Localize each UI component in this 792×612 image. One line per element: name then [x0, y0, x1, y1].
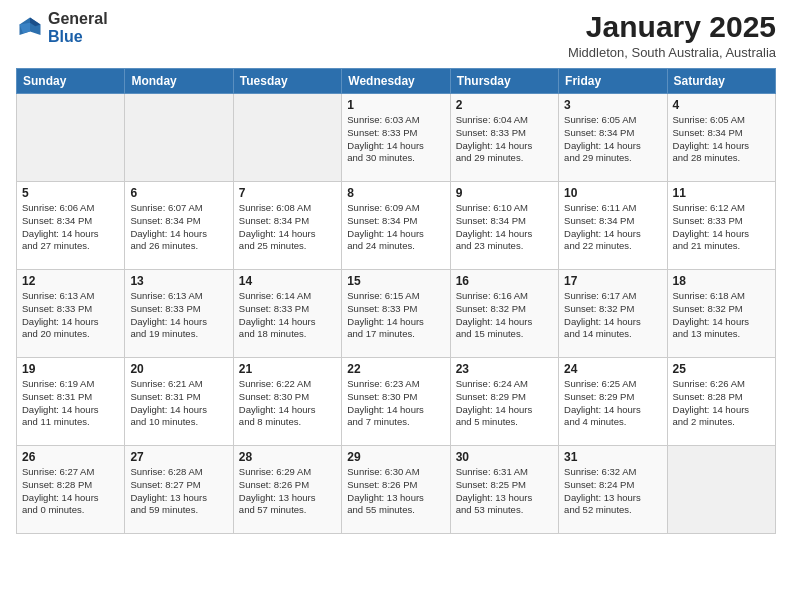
calendar-cell: 7Sunrise: 6:08 AM Sunset: 8:34 PM Daylig… — [233, 182, 341, 270]
calendar-cell: 3Sunrise: 6:05 AM Sunset: 8:34 PM Daylig… — [559, 94, 667, 182]
calendar-week-2: 5Sunrise: 6:06 AM Sunset: 8:34 PM Daylig… — [17, 182, 776, 270]
day-info: Sunrise: 6:05 AM Sunset: 8:34 PM Dayligh… — [673, 114, 770, 165]
calendar-cell: 29Sunrise: 6:30 AM Sunset: 8:26 PM Dayli… — [342, 446, 450, 534]
calendar-header-saturday: Saturday — [667, 69, 775, 94]
title-block: January 2025 Middleton, South Australia,… — [568, 10, 776, 60]
month-title: January 2025 — [568, 10, 776, 43]
day-number: 12 — [22, 274, 119, 288]
day-info: Sunrise: 6:26 AM Sunset: 8:28 PM Dayligh… — [673, 378, 770, 429]
calendar-week-5: 26Sunrise: 6:27 AM Sunset: 8:28 PM Dayli… — [17, 446, 776, 534]
calendar-header-friday: Friday — [559, 69, 667, 94]
day-info: Sunrise: 6:27 AM Sunset: 8:28 PM Dayligh… — [22, 466, 119, 517]
day-info: Sunrise: 6:18 AM Sunset: 8:32 PM Dayligh… — [673, 290, 770, 341]
day-number: 27 — [130, 450, 227, 464]
day-number: 15 — [347, 274, 444, 288]
calendar-cell: 24Sunrise: 6:25 AM Sunset: 8:29 PM Dayli… — [559, 358, 667, 446]
day-info: Sunrise: 6:12 AM Sunset: 8:33 PM Dayligh… — [673, 202, 770, 253]
day-number: 22 — [347, 362, 444, 376]
day-number: 11 — [673, 186, 770, 200]
calendar-cell: 1Sunrise: 6:03 AM Sunset: 8:33 PM Daylig… — [342, 94, 450, 182]
day-info: Sunrise: 6:09 AM Sunset: 8:34 PM Dayligh… — [347, 202, 444, 253]
day-info: Sunrise: 6:04 AM Sunset: 8:33 PM Dayligh… — [456, 114, 553, 165]
calendar-cell: 6Sunrise: 6:07 AM Sunset: 8:34 PM Daylig… — [125, 182, 233, 270]
calendar-cell: 17Sunrise: 6:17 AM Sunset: 8:32 PM Dayli… — [559, 270, 667, 358]
calendar-cell: 22Sunrise: 6:23 AM Sunset: 8:30 PM Dayli… — [342, 358, 450, 446]
calendar-cell — [17, 94, 125, 182]
day-info: Sunrise: 6:24 AM Sunset: 8:29 PM Dayligh… — [456, 378, 553, 429]
day-info: Sunrise: 6:29 AM Sunset: 8:26 PM Dayligh… — [239, 466, 336, 517]
day-info: Sunrise: 6:13 AM Sunset: 8:33 PM Dayligh… — [22, 290, 119, 341]
calendar-cell: 31Sunrise: 6:32 AM Sunset: 8:24 PM Dayli… — [559, 446, 667, 534]
calendar-cell: 26Sunrise: 6:27 AM Sunset: 8:28 PM Dayli… — [17, 446, 125, 534]
day-number: 2 — [456, 98, 553, 112]
day-info: Sunrise: 6:22 AM Sunset: 8:30 PM Dayligh… — [239, 378, 336, 429]
day-number: 29 — [347, 450, 444, 464]
day-info: Sunrise: 6:07 AM Sunset: 8:34 PM Dayligh… — [130, 202, 227, 253]
day-info: Sunrise: 6:16 AM Sunset: 8:32 PM Dayligh… — [456, 290, 553, 341]
calendar-cell: 30Sunrise: 6:31 AM Sunset: 8:25 PM Dayli… — [450, 446, 558, 534]
calendar-cell: 23Sunrise: 6:24 AM Sunset: 8:29 PM Dayli… — [450, 358, 558, 446]
calendar-cell: 28Sunrise: 6:29 AM Sunset: 8:26 PM Dayli… — [233, 446, 341, 534]
calendar-cell: 10Sunrise: 6:11 AM Sunset: 8:34 PM Dayli… — [559, 182, 667, 270]
header: General Blue January 2025 Middleton, Sou… — [16, 10, 776, 60]
calendar-cell: 12Sunrise: 6:13 AM Sunset: 8:33 PM Dayli… — [17, 270, 125, 358]
calendar-cell: 8Sunrise: 6:09 AM Sunset: 8:34 PM Daylig… — [342, 182, 450, 270]
calendar-cell: 2Sunrise: 6:04 AM Sunset: 8:33 PM Daylig… — [450, 94, 558, 182]
calendar-cell: 11Sunrise: 6:12 AM Sunset: 8:33 PM Dayli… — [667, 182, 775, 270]
calendar-cell: 4Sunrise: 6:05 AM Sunset: 8:34 PM Daylig… — [667, 94, 775, 182]
calendar-cell: 21Sunrise: 6:22 AM Sunset: 8:30 PM Dayli… — [233, 358, 341, 446]
logo-icon — [16, 14, 44, 42]
day-number: 4 — [673, 98, 770, 112]
day-number: 31 — [564, 450, 661, 464]
day-number: 20 — [130, 362, 227, 376]
calendar-cell: 15Sunrise: 6:15 AM Sunset: 8:33 PM Dayli… — [342, 270, 450, 358]
day-info: Sunrise: 6:21 AM Sunset: 8:31 PM Dayligh… — [130, 378, 227, 429]
day-number: 18 — [673, 274, 770, 288]
day-number: 28 — [239, 450, 336, 464]
day-number: 9 — [456, 186, 553, 200]
calendar-header-monday: Monday — [125, 69, 233, 94]
calendar-header-wednesday: Wednesday — [342, 69, 450, 94]
calendar-header-tuesday: Tuesday — [233, 69, 341, 94]
calendar-cell: 5Sunrise: 6:06 AM Sunset: 8:34 PM Daylig… — [17, 182, 125, 270]
calendar-cell: 9Sunrise: 6:10 AM Sunset: 8:34 PM Daylig… — [450, 182, 558, 270]
calendar-cell: 18Sunrise: 6:18 AM Sunset: 8:32 PM Dayli… — [667, 270, 775, 358]
day-info: Sunrise: 6:11 AM Sunset: 8:34 PM Dayligh… — [564, 202, 661, 253]
day-number: 17 — [564, 274, 661, 288]
day-number: 3 — [564, 98, 661, 112]
logo: General Blue — [16, 10, 108, 45]
day-number: 30 — [456, 450, 553, 464]
day-info: Sunrise: 6:28 AM Sunset: 8:27 PM Dayligh… — [130, 466, 227, 517]
day-info: Sunrise: 6:25 AM Sunset: 8:29 PM Dayligh… — [564, 378, 661, 429]
day-info: Sunrise: 6:32 AM Sunset: 8:24 PM Dayligh… — [564, 466, 661, 517]
day-number: 10 — [564, 186, 661, 200]
day-number: 23 — [456, 362, 553, 376]
calendar-week-1: 1Sunrise: 6:03 AM Sunset: 8:33 PM Daylig… — [17, 94, 776, 182]
calendar-cell: 14Sunrise: 6:14 AM Sunset: 8:33 PM Dayli… — [233, 270, 341, 358]
location: Middleton, South Australia, Australia — [568, 45, 776, 60]
calendar-cell — [233, 94, 341, 182]
calendar-cell — [667, 446, 775, 534]
logo-general: General — [48, 10, 108, 28]
day-info: Sunrise: 6:06 AM Sunset: 8:34 PM Dayligh… — [22, 202, 119, 253]
day-number: 25 — [673, 362, 770, 376]
day-info: Sunrise: 6:19 AM Sunset: 8:31 PM Dayligh… — [22, 378, 119, 429]
day-info: Sunrise: 6:08 AM Sunset: 8:34 PM Dayligh… — [239, 202, 336, 253]
calendar-cell: 20Sunrise: 6:21 AM Sunset: 8:31 PM Dayli… — [125, 358, 233, 446]
day-info: Sunrise: 6:10 AM Sunset: 8:34 PM Dayligh… — [456, 202, 553, 253]
day-number: 19 — [22, 362, 119, 376]
calendar-table: SundayMondayTuesdayWednesdayThursdayFrid… — [16, 68, 776, 534]
logo-blue: Blue — [48, 28, 108, 46]
day-info: Sunrise: 6:15 AM Sunset: 8:33 PM Dayligh… — [347, 290, 444, 341]
day-info: Sunrise: 6:03 AM Sunset: 8:33 PM Dayligh… — [347, 114, 444, 165]
calendar-cell: 13Sunrise: 6:13 AM Sunset: 8:33 PM Dayli… — [125, 270, 233, 358]
day-number: 13 — [130, 274, 227, 288]
calendar-cell: 27Sunrise: 6:28 AM Sunset: 8:27 PM Dayli… — [125, 446, 233, 534]
calendar-header-sunday: Sunday — [17, 69, 125, 94]
calendar-week-3: 12Sunrise: 6:13 AM Sunset: 8:33 PM Dayli… — [17, 270, 776, 358]
calendar-cell: 19Sunrise: 6:19 AM Sunset: 8:31 PM Dayli… — [17, 358, 125, 446]
day-info: Sunrise: 6:05 AM Sunset: 8:34 PM Dayligh… — [564, 114, 661, 165]
day-number: 1 — [347, 98, 444, 112]
day-number: 6 — [130, 186, 227, 200]
page: General Blue January 2025 Middleton, Sou… — [0, 0, 792, 612]
